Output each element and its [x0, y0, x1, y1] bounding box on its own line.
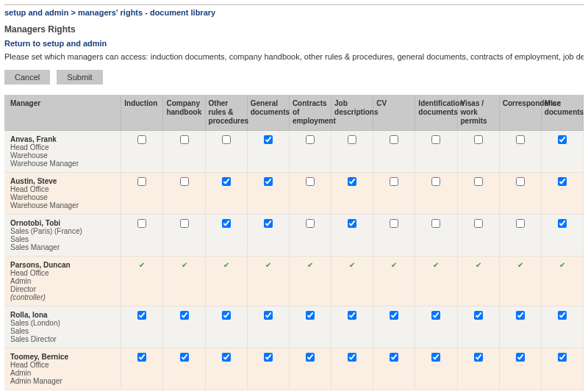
- check-icon: ✔: [265, 261, 271, 269]
- rights-cell: ✔: [289, 257, 331, 306]
- rights-checkbox[interactable]: [431, 353, 440, 362]
- rights-checkbox[interactable]: [137, 219, 146, 228]
- rights-checkbox[interactable]: [431, 177, 440, 186]
- rights-checkbox[interactable]: [306, 135, 315, 144]
- rights-checkbox[interactable]: [222, 353, 231, 362]
- rights-checkbox[interactable]: [474, 135, 483, 144]
- rights-checkbox[interactable]: [516, 353, 525, 362]
- rights-cell: [121, 306, 163, 348]
- rights-checkbox[interactable]: [558, 177, 567, 186]
- rights-cell: [289, 215, 331, 257]
- col-header-doc: Identification documents: [415, 95, 457, 131]
- rights-checkbox[interactable]: [306, 177, 315, 186]
- rights-cell: [373, 131, 415, 173]
- manager-name: Toomey, Bernice: [10, 353, 118, 361]
- rights-checkbox[interactable]: [390, 219, 398, 228]
- manager-cell: Rolla, IonaSales (London)SalesSales Dire…: [4, 306, 121, 348]
- rights-cell: [541, 131, 583, 173]
- rights-checkbox[interactable]: [222, 219, 231, 228]
- col-header-manager: Manager: [4, 95, 121, 131]
- manager-detail: Sales Director: [10, 335, 118, 343]
- rights-checkbox[interactable]: [348, 353, 356, 362]
- rights-checkbox[interactable]: [474, 311, 483, 320]
- col-header-doc: Correspondence: [499, 95, 541, 131]
- rights-checkbox[interactable]: [137, 177, 146, 186]
- rights-checkbox[interactable]: [137, 353, 146, 362]
- rights-checkbox[interactable]: [474, 353, 483, 362]
- rights-checkbox[interactable]: [222, 311, 231, 320]
- rights-cell: [163, 215, 205, 257]
- col-header-doc: Visas / work permits: [457, 95, 499, 131]
- rights-cell: [457, 306, 499, 348]
- manager-detail: Sales Manager: [10, 243, 118, 251]
- rights-checkbox[interactable]: [558, 353, 567, 362]
- rights-checkbox[interactable]: [558, 219, 567, 228]
- rights-cell: [331, 348, 373, 390]
- return-link[interactable]: Return to setup and admin: [4, 39, 584, 48]
- rights-checkbox[interactable]: [516, 135, 525, 144]
- rights-checkbox[interactable]: [516, 311, 525, 320]
- rights-checkbox[interactable]: [348, 177, 356, 186]
- rights-checkbox[interactable]: [390, 353, 398, 362]
- rights-checkbox[interactable]: [264, 135, 273, 144]
- rights-cell: [205, 215, 247, 257]
- rights-checkbox[interactable]: [431, 135, 440, 144]
- rights-checkbox[interactable]: [180, 353, 189, 362]
- rights-cell: [331, 215, 373, 257]
- rights-checkbox[interactable]: [222, 135, 231, 144]
- rights-checkbox[interactable]: [306, 311, 315, 320]
- rights-checkbox[interactable]: [348, 219, 356, 228]
- rights-checkbox[interactable]: [264, 311, 273, 320]
- rights-cell: [373, 306, 415, 348]
- rights-checkbox[interactable]: [137, 311, 146, 320]
- manager-detail: Head Office: [10, 185, 118, 193]
- rights-checkbox[interactable]: [474, 177, 483, 186]
- rights-checkbox[interactable]: [516, 219, 525, 228]
- rights-cell: [499, 348, 541, 390]
- col-header-doc: Misc documents: [541, 95, 583, 131]
- rights-checkbox[interactable]: [180, 219, 189, 228]
- rights-checkbox[interactable]: [348, 311, 356, 320]
- rights-checkbox[interactable]: [264, 353, 273, 362]
- manager-name: Rolla, Iona: [10, 311, 118, 319]
- rights-checkbox[interactable]: [180, 311, 189, 320]
- rights-cell: ✔: [373, 257, 415, 306]
- rights-cell: [457, 131, 499, 173]
- manager-detail: Admin: [10, 277, 118, 285]
- rights-checkbox[interactable]: [180, 177, 189, 186]
- rights-checkbox[interactable]: [390, 311, 398, 320]
- check-icon: ✔: [476, 261, 481, 269]
- check-icon: ✔: [139, 261, 145, 269]
- rights-checkbox[interactable]: [264, 177, 273, 186]
- rights-cell: ✔: [541, 257, 583, 306]
- rights-checkbox[interactable]: [431, 219, 440, 228]
- cancel-button[interactable]: Cancel: [4, 70, 50, 85]
- rights-checkbox[interactable]: [264, 219, 273, 228]
- rights-checkbox[interactable]: [306, 219, 315, 228]
- rights-cell: [415, 306, 457, 348]
- rights-cell: [205, 348, 247, 390]
- rights-cell: [331, 131, 373, 173]
- rights-checkbox[interactable]: [222, 177, 231, 186]
- rights-checkbox[interactable]: [306, 353, 315, 362]
- rights-checkbox[interactable]: [474, 219, 483, 228]
- rights-checkbox[interactable]: [558, 311, 567, 320]
- rights-checkbox[interactable]: [558, 135, 567, 144]
- rights-cell: [457, 215, 499, 257]
- rights-checkbox[interactable]: [390, 135, 398, 144]
- rights-cell: [415, 173, 457, 215]
- col-header-doc: Induction: [121, 95, 163, 131]
- submit-button[interactable]: Submit: [57, 70, 102, 85]
- rights-cell: [373, 173, 415, 215]
- rights-cell: [289, 348, 331, 390]
- rights-checkbox[interactable]: [180, 135, 189, 144]
- rights-checkbox[interactable]: [431, 311, 440, 320]
- rights-cell: [205, 173, 247, 215]
- rights-checkbox[interactable]: [348, 135, 356, 144]
- rights-checkbox[interactable]: [516, 177, 525, 186]
- rights-checkbox[interactable]: [137, 135, 146, 144]
- manager-detail: Warehouse Manager: [10, 159, 118, 168]
- rights-checkbox[interactable]: [390, 177, 398, 186]
- manager-cell: Austin, SteveHead OfficeWarehouseWarehou…: [4, 173, 121, 215]
- rights-cell: [499, 173, 541, 215]
